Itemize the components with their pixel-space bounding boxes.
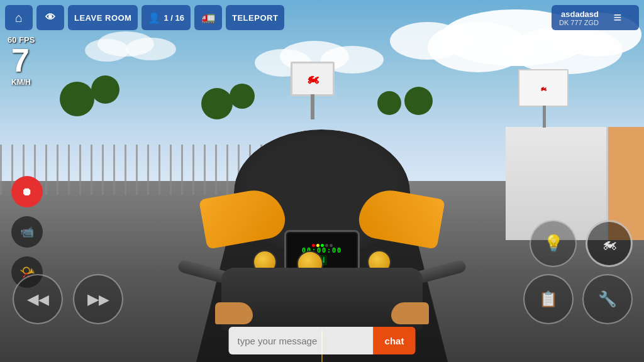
leave-room-button[interactable]: LEAVE ROOM	[68, 5, 138, 30]
menu-button[interactable]	[604, 5, 631, 30]
home-button[interactable]	[5, 5, 33, 30]
profile-name: asdadasd	[561, 9, 599, 19]
dpad: ◀ ▶	[13, 274, 123, 324]
motorcycle: 00:00:00 N	[165, 129, 479, 331]
rider-hand-left	[215, 302, 253, 324]
moto-select-button[interactable]: 🏍	[586, 220, 633, 267]
headlight-icon: 💡	[543, 234, 564, 253]
billboard-right: 🏍	[518, 69, 569, 107]
menu-icon	[614, 9, 622, 26]
profile-area: asdadasd DK 777 ZGD	[552, 5, 639, 30]
rider-hand-right	[391, 302, 429, 324]
eye-icon	[45, 12, 55, 23]
moto-select-icon: 🏍	[602, 235, 617, 253]
arrow-left-icon: ◀	[27, 290, 49, 308]
player-count-display: 1 / 16	[142, 5, 191, 30]
notepad-icon: 📋	[539, 290, 558, 308]
left-controls	[11, 176, 43, 288]
billboard-pole	[311, 94, 314, 119]
billboard-center: 🏍	[291, 62, 335, 96]
top-bar: LEAVE ROOM 1 / 16 TELEPORT asdadasd DK 7…	[5, 5, 639, 30]
chat-send-button[interactable]: chat	[374, 327, 416, 354]
steer-right-button[interactable]: ▶	[73, 274, 123, 324]
steer-left-button[interactable]: ◀	[13, 274, 63, 324]
teleport-button[interactable]: TELEPORT	[226, 5, 284, 30]
arrow-right-icon: ▶	[87, 290, 109, 308]
right-controls-top: 💡 🏍	[530, 220, 633, 267]
chat-bar: chat	[229, 327, 416, 354]
wrench-button[interactable]: 🔧	[582, 274, 633, 324]
vehicle-button[interactable]	[194, 5, 222, 30]
tree-1	[60, 82, 94, 116]
eye-button[interactable]	[36, 5, 64, 30]
camera-button[interactable]	[11, 216, 43, 248]
tree-5	[377, 91, 401, 115]
wrench-icon: 🔧	[598, 290, 617, 308]
tree-6	[404, 87, 433, 115]
vehicle-icon	[201, 11, 215, 25]
tree-4	[230, 84, 255, 109]
record-button[interactable]	[11, 176, 43, 207]
tree-3	[201, 88, 233, 119]
right-controls-bottom: 📋 🔧	[523, 274, 633, 324]
tree-2	[91, 75, 119, 104]
chat-input[interactable]	[229, 327, 374, 354]
headlight-button[interactable]: 💡	[530, 220, 577, 267]
player-count-text: 1 / 16	[164, 13, 184, 23]
profile-plate: DK 777 ZGD	[559, 19, 599, 26]
camera-icon	[20, 225, 34, 239]
record-icon	[21, 185, 33, 199]
person-icon	[148, 12, 160, 24]
home-icon	[15, 11, 23, 25]
profile-info: asdadasd DK 777 ZGD	[559, 9, 599, 26]
moto-lower-body	[221, 268, 423, 331]
notepad-button[interactable]: 📋	[523, 274, 574, 324]
billboard-right-pole	[543, 106, 546, 128]
